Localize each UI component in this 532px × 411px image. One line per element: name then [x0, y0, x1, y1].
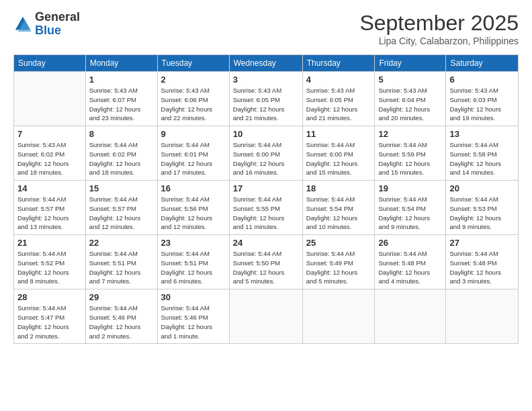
day-number: 24 — [233, 238, 299, 248]
day-number: 20 — [449, 183, 515, 193]
logo-general: General — [35, 11, 80, 24]
day-info: Sunrise: 5:44 AM Sunset: 6:01 PM Dayligh… — [161, 140, 226, 177]
calendar-cell — [14, 72, 86, 126]
calendar-page: General Blue September 2025 Lipa City, C… — [0, 0, 532, 411]
calendar-cell: 23Sunrise: 5:44 AM Sunset: 5:51 PM Dayli… — [157, 235, 229, 289]
calendar-cell — [446, 289, 519, 344]
day-number: 17 — [233, 183, 299, 193]
calendar-cell: 27Sunrise: 5:44 AM Sunset: 5:48 PM Dayli… — [446, 235, 519, 289]
day-info: Sunrise: 5:43 AM Sunset: 6:07 PM Dayligh… — [89, 86, 154, 123]
day-info: Sunrise: 5:44 AM Sunset: 5:49 PM Dayligh… — [306, 249, 371, 286]
calendar-cell: 14Sunrise: 5:44 AM Sunset: 5:57 PM Dayli… — [14, 181, 86, 235]
title-section: September 2025 Lipa City, Calabarzon, Ph… — [359, 11, 519, 46]
day-number: 15 — [89, 183, 154, 193]
day-number: 19 — [378, 183, 442, 193]
week-row-2: 7Sunrise: 5:43 AM Sunset: 6:02 PM Daylig… — [14, 126, 519, 181]
day-info: Sunrise: 5:44 AM Sunset: 6:02 PM Dayligh… — [89, 140, 154, 177]
day-info: Sunrise: 5:44 AM Sunset: 5:53 PM Dayligh… — [449, 195, 515, 232]
day-number: 25 — [306, 238, 371, 248]
day-info: Sunrise: 5:43 AM Sunset: 6:03 PM Dayligh… — [449, 86, 515, 123]
calendar-cell: 25Sunrise: 5:44 AM Sunset: 5:49 PM Dayli… — [302, 235, 375, 289]
week-row-4: 21Sunrise: 5:44 AM Sunset: 5:52 PM Dayli… — [14, 235, 519, 289]
calendar-cell — [229, 289, 302, 344]
logo-icon — [13, 15, 32, 34]
calendar-cell: 1Sunrise: 5:43 AM Sunset: 6:07 PM Daylig… — [85, 72, 157, 126]
day-number: 30 — [161, 292, 226, 302]
day-info: Sunrise: 5:44 AM Sunset: 5:51 PM Dayligh… — [89, 249, 154, 286]
calendar-cell: 13Sunrise: 5:44 AM Sunset: 5:58 PM Dayli… — [446, 126, 519, 181]
calendar-cell: 8Sunrise: 5:44 AM Sunset: 6:02 PM Daylig… — [85, 126, 157, 181]
day-info: Sunrise: 5:44 AM Sunset: 5:58 PM Dayligh… — [449, 140, 515, 177]
day-info: Sunrise: 5:44 AM Sunset: 5:51 PM Dayligh… — [161, 249, 226, 286]
col-saturday: Saturday — [446, 55, 519, 72]
day-info: Sunrise: 5:44 AM Sunset: 5:59 PM Dayligh… — [378, 140, 442, 177]
day-info: Sunrise: 5:44 AM Sunset: 5:55 PM Dayligh… — [233, 195, 299, 232]
col-thursday: Thursday — [302, 55, 375, 72]
calendar-cell — [302, 289, 375, 344]
day-number: 12 — [378, 129, 442, 139]
day-number: 27 — [449, 238, 515, 248]
calendar-cell: 24Sunrise: 5:44 AM Sunset: 5:50 PM Dayli… — [229, 235, 302, 289]
day-info: Sunrise: 5:44 AM Sunset: 6:00 PM Dayligh… — [306, 140, 371, 177]
month-title: September 2025 — [359, 11, 519, 36]
col-tuesday: Tuesday — [157, 55, 229, 72]
calendar-cell: 11Sunrise: 5:44 AM Sunset: 6:00 PM Dayli… — [302, 126, 375, 181]
day-number: 11 — [306, 129, 371, 139]
calendar-cell: 10Sunrise: 5:44 AM Sunset: 6:00 PM Dayli… — [229, 126, 302, 181]
location: Lipa City, Calabarzon, Philippines — [359, 36, 519, 46]
calendar-cell — [375, 289, 446, 344]
calendar-cell: 5Sunrise: 5:43 AM Sunset: 6:04 PM Daylig… — [375, 72, 446, 126]
day-number: 8 — [89, 129, 154, 139]
day-info: Sunrise: 5:44 AM Sunset: 5:48 PM Dayligh… — [449, 249, 515, 286]
calendar-cell: 18Sunrise: 5:44 AM Sunset: 5:54 PM Dayli… — [302, 181, 375, 235]
calendar-table: Sunday Monday Tuesday Wednesday Thursday… — [13, 54, 519, 344]
col-sunday: Sunday — [14, 55, 86, 72]
day-number: 29 — [89, 292, 154, 302]
day-info: Sunrise: 5:43 AM Sunset: 6:05 PM Dayligh… — [306, 86, 371, 123]
calendar-cell: 20Sunrise: 5:44 AM Sunset: 5:53 PM Dayli… — [446, 181, 519, 235]
calendar-cell: 9Sunrise: 5:44 AM Sunset: 6:01 PM Daylig… — [157, 126, 229, 181]
day-number: 5 — [378, 75, 442, 85]
day-info: Sunrise: 5:43 AM Sunset: 6:04 PM Dayligh… — [378, 86, 442, 123]
calendar-cell: 16Sunrise: 5:44 AM Sunset: 5:56 PM Dayli… — [157, 181, 229, 235]
header: General Blue September 2025 Lipa City, C… — [13, 11, 519, 46]
calendar-cell: 28Sunrise: 5:44 AM Sunset: 5:47 PM Dayli… — [14, 289, 86, 344]
day-info: Sunrise: 5:44 AM Sunset: 5:48 PM Dayligh… — [378, 249, 442, 286]
calendar-cell: 6Sunrise: 5:43 AM Sunset: 6:03 PM Daylig… — [446, 72, 519, 126]
day-number: 3 — [233, 75, 299, 85]
day-number: 2 — [161, 75, 226, 85]
col-wednesday: Wednesday — [229, 55, 302, 72]
day-info: Sunrise: 5:44 AM Sunset: 5:56 PM Dayligh… — [161, 195, 226, 232]
day-number: 9 — [161, 129, 226, 139]
day-number: 23 — [161, 238, 226, 248]
day-info: Sunrise: 5:44 AM Sunset: 5:54 PM Dayligh… — [306, 195, 371, 232]
calendar-cell: 2Sunrise: 5:43 AM Sunset: 6:06 PM Daylig… — [157, 72, 229, 126]
calendar-cell: 29Sunrise: 5:44 AM Sunset: 5:46 PM Dayli… — [85, 289, 157, 344]
day-info: Sunrise: 5:44 AM Sunset: 5:50 PM Dayligh… — [233, 249, 299, 286]
day-info: Sunrise: 5:43 AM Sunset: 6:02 PM Dayligh… — [17, 140, 82, 177]
week-row-1: 1Sunrise: 5:43 AM Sunset: 6:07 PM Daylig… — [14, 72, 519, 126]
day-info: Sunrise: 5:44 AM Sunset: 5:47 PM Dayligh… — [17, 304, 82, 340]
day-info: Sunrise: 5:44 AM Sunset: 5:54 PM Dayligh… — [378, 195, 442, 232]
day-number: 7 — [17, 129, 82, 139]
calendar-cell: 12Sunrise: 5:44 AM Sunset: 5:59 PM Dayli… — [375, 126, 446, 181]
calendar-cell: 21Sunrise: 5:44 AM Sunset: 5:52 PM Dayli… — [14, 235, 86, 289]
day-number: 4 — [306, 75, 371, 85]
calendar-cell: 4Sunrise: 5:43 AM Sunset: 6:05 PM Daylig… — [302, 72, 375, 126]
calendar-cell: 30Sunrise: 5:44 AM Sunset: 5:46 PM Dayli… — [157, 289, 229, 344]
day-info: Sunrise: 5:44 AM Sunset: 6:00 PM Dayligh… — [233, 140, 299, 177]
day-info: Sunrise: 5:44 AM Sunset: 5:57 PM Dayligh… — [89, 195, 154, 232]
day-info: Sunrise: 5:44 AM Sunset: 5:52 PM Dayligh… — [17, 249, 82, 286]
day-number: 16 — [161, 183, 226, 193]
calendar-cell: 19Sunrise: 5:44 AM Sunset: 5:54 PM Dayli… — [375, 181, 446, 235]
logo: General Blue — [13, 11, 80, 38]
day-info: Sunrise: 5:44 AM Sunset: 5:46 PM Dayligh… — [89, 304, 154, 340]
calendar-cell: 3Sunrise: 5:43 AM Sunset: 6:05 PM Daylig… — [229, 72, 302, 126]
calendar-cell: 17Sunrise: 5:44 AM Sunset: 5:55 PM Dayli… — [229, 181, 302, 235]
calendar-cell: 22Sunrise: 5:44 AM Sunset: 5:51 PM Dayli… — [85, 235, 157, 289]
calendar-cell: 26Sunrise: 5:44 AM Sunset: 5:48 PM Dayli… — [375, 235, 446, 289]
day-number: 22 — [89, 238, 154, 248]
week-row-3: 14Sunrise: 5:44 AM Sunset: 5:57 PM Dayli… — [14, 181, 519, 235]
col-monday: Monday — [85, 55, 157, 72]
day-number: 1 — [89, 75, 154, 85]
